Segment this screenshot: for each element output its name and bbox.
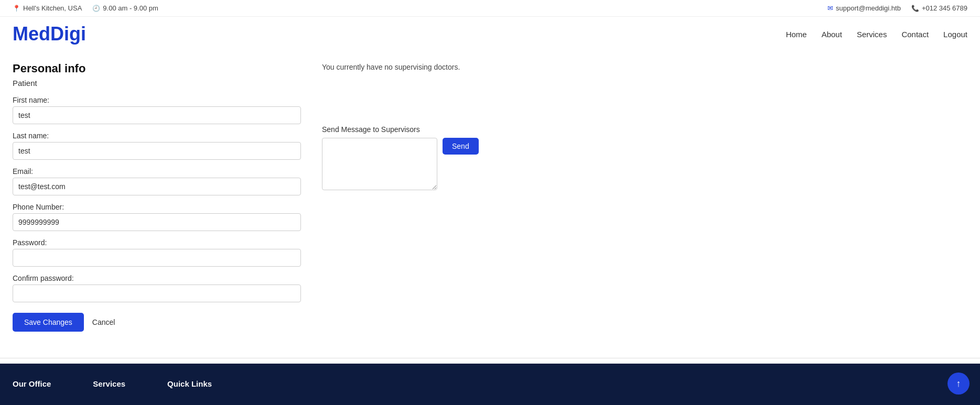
password-label: Password:	[13, 238, 301, 247]
last-name-label: Last name:	[13, 132, 301, 140]
phone-label: Phone Number:	[13, 203, 301, 211]
confirm-password-input[interactable]	[13, 284, 301, 302]
first-name-label: First name:	[13, 96, 301, 104]
footer: Our Office Services Quick Links	[0, 364, 980, 405]
footer-col-services: Services	[93, 379, 125, 392]
nav-about[interactable]: About	[822, 30, 842, 39]
patient-label: Patient	[13, 79, 301, 87]
topbar-phone: +012 345 6789	[911, 4, 967, 12]
sidebar-section: You currently have no supervising doctor…	[322, 62, 967, 332]
last-name-group: Last name:	[13, 132, 301, 160]
nav-home[interactable]: Home	[786, 30, 807, 39]
nav-services[interactable]: Services	[857, 30, 887, 39]
topbar-location: Hell's Kitchen, USA	[13, 4, 82, 12]
topbar-email: support@meddigi.htb	[827, 4, 901, 12]
header: MedDigi Home About Services Contact Logo…	[0, 17, 980, 51]
clock-icon	[92, 4, 100, 12]
send-message-label: Send Message to Supervisors	[322, 125, 967, 134]
footer-links-title: Quick Links	[167, 379, 212, 388]
send-button[interactable]: Send	[443, 138, 479, 155]
password-group: Password:	[13, 238, 301, 267]
footer-office-title: Our Office	[13, 379, 51, 388]
footer-services-title: Services	[93, 379, 125, 388]
topbar-hours-text: 9.00 am - 9.00 pm	[103, 4, 158, 12]
topbar-location-text: Hell's Kitchen, USA	[23, 4, 82, 12]
footer-inner: Our Office Services Quick Links	[13, 379, 967, 392]
form-actions: Save Changes Cancel	[13, 313, 301, 332]
topbar-phone-text: +012 345 6789	[922, 4, 967, 12]
main-content: Personal info Patient First name: Last n…	[0, 51, 980, 353]
page-title: Personal info	[13, 62, 301, 75]
email-group: Email:	[13, 167, 301, 195]
nav-contact[interactable]: Contact	[901, 30, 929, 39]
phone-input[interactable]	[13, 213, 301, 231]
scroll-to-top-button[interactable]: ↑	[947, 373, 970, 395]
phone-group: Phone Number:	[13, 203, 301, 231]
first-name-group: First name:	[13, 96, 301, 124]
confirm-password-label: Confirm password:	[13, 274, 301, 282]
logo[interactable]: MedDigi	[13, 23, 86, 45]
footer-col-links: Quick Links	[167, 379, 212, 392]
topbar-email-text: support@meddigi.htb	[836, 4, 901, 12]
location-icon	[13, 4, 20, 12]
confirm-password-group: Confirm password:	[13, 274, 301, 302]
topbar-hours: 9.00 am - 9.00 pm	[92, 4, 158, 12]
main-nav: Home About Services Contact Logout	[786, 30, 967, 39]
cancel-button[interactable]: Cancel	[92, 318, 115, 326]
last-name-input[interactable]	[13, 142, 301, 160]
first-name-input[interactable]	[13, 106, 301, 124]
email-input[interactable]	[13, 178, 301, 195]
phone-icon	[911, 4, 919, 12]
content-divider	[0, 358, 980, 358]
save-changes-button[interactable]: Save Changes	[13, 313, 84, 332]
email-icon	[827, 4, 833, 12]
message-textarea[interactable]	[322, 138, 437, 190]
send-message-row: Send	[322, 138, 967, 190]
email-label: Email:	[13, 167, 301, 176]
footer-col-office: Our Office	[13, 379, 51, 392]
form-section: Personal info Patient First name: Last n…	[13, 62, 301, 332]
topbar: Hell's Kitchen, USA 9.00 am - 9.00 pm su…	[0, 0, 980, 17]
no-doctors-text: You currently have no supervising doctor…	[322, 62, 967, 73]
nav-logout[interactable]: Logout	[943, 30, 967, 39]
password-input[interactable]	[13, 249, 301, 267]
